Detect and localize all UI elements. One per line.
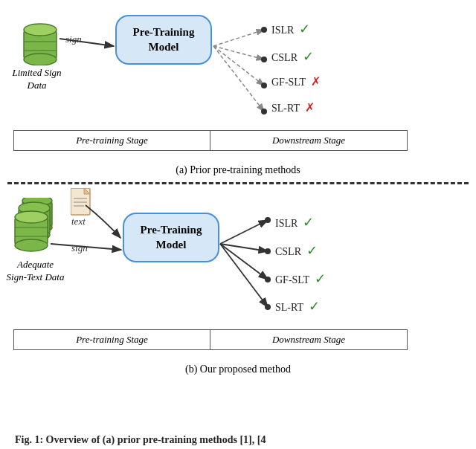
svg-point-39 <box>265 217 271 223</box>
svg-point-14 <box>261 83 267 88</box>
svg-line-6 <box>213 30 264 46</box>
bottom-stage-bar: Pre-training Stage Downstream Stage <box>13 329 408 350</box>
svg-point-15 <box>261 109 267 114</box>
fig-caption: Fig. 1: Overview of (a) prior pre-traini… <box>0 434 476 446</box>
svg-point-1 <box>24 24 57 36</box>
top-stage-right: Downstream Stage <box>210 131 407 150</box>
fig-caption-prefix: Fig. 1: Overview of (a) <box>15 434 118 445</box>
bottom-task-islr: ISLR ✓ <box>275 214 314 230</box>
bottom-text-label: text <box>71 216 86 227</box>
top-task-cslr: CSLR ✓ <box>271 48 314 65</box>
bottom-task-slrt: SL-RT ✓ <box>275 298 320 314</box>
svg-line-9 <box>213 46 264 112</box>
svg-point-24 <box>15 239 48 251</box>
bottom-task-cslr: CSLR ✓ <box>275 242 318 259</box>
top-caption: (a) Prior pre-training methods <box>0 164 476 176</box>
svg-point-42 <box>265 304 271 310</box>
svg-line-37 <box>220 244 268 280</box>
multi-db-icon <box>13 198 57 257</box>
bottom-stage-right: Downstream Stage <box>210 330 407 349</box>
svg-point-2 <box>24 54 57 65</box>
top-model-box: Pre-Training Model <box>115 15 212 65</box>
svg-point-12 <box>261 27 267 33</box>
svg-point-40 <box>265 248 271 254</box>
top-stage-left: Pre-training Stage <box>14 131 210 150</box>
top-task-slrt: SL-RT ✗ <box>271 100 315 114</box>
fig-caption-bold1: prior pre-training methods <box>118 434 237 445</box>
svg-point-23 <box>15 211 48 223</box>
top-task-islr: ISLR ✓ <box>271 21 310 37</box>
top-diagram: Limited Sign Data sign Pre-Training Mode… <box>0 0 476 182</box>
fig-caption-mid: [1], [4 <box>237 434 266 445</box>
top-task-gfslt: GF-SLT ✗ <box>271 74 321 88</box>
bottom-caption: (b) Our proposed method <box>0 364 476 375</box>
svg-point-13 <box>261 56 267 62</box>
top-stage-bar: Pre-training Stage Downstream Stage <box>13 130 408 151</box>
top-db-label: Limited Sign Data <box>9 67 65 92</box>
svg-line-8 <box>213 46 264 85</box>
svg-line-7 <box>213 46 264 59</box>
svg-point-41 <box>265 277 271 282</box>
top-sign-label: sign <box>65 33 82 45</box>
svg-line-38 <box>220 244 268 307</box>
bottom-arrows-svg <box>0 184 446 393</box>
bottom-diagram: text sign Pre-Training Model A <box>0 184 476 404</box>
single-db-icon <box>21 21 60 68</box>
bottom-task-gfslt: GF-SLT ✓ <box>275 271 326 287</box>
bottom-db-label: AdequateSign-Text Data <box>4 259 67 284</box>
bottom-model-box: Pre-Training Model <box>123 213 219 262</box>
bottom-stage-left: Pre-training Stage <box>14 330 210 349</box>
svg-line-36 <box>220 244 268 251</box>
bottom-sign-label: sign <box>71 242 88 254</box>
doc-icon <box>71 188 94 219</box>
svg-line-35 <box>220 220 268 244</box>
